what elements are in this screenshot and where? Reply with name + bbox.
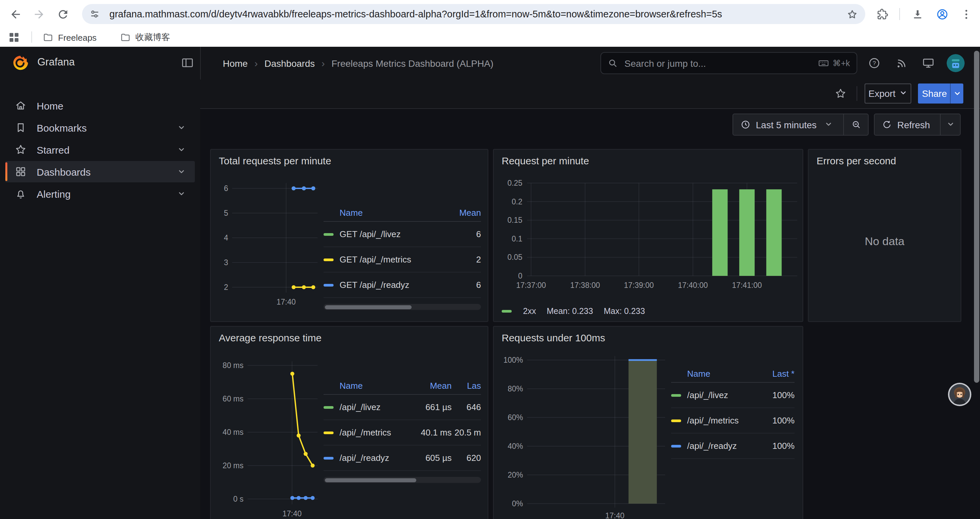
legend-col[interactable]: Last *: [756, 369, 795, 379]
sidebar-item-label: Home: [37, 100, 195, 111]
refresh-interval-dropdown[interactable]: [941, 114, 960, 135]
grafana-logo-icon[interactable]: [12, 55, 29, 72]
page-scrollbar[interactable]: [974, 51, 979, 383]
bookmark-folder-blogs[interactable]: 收藏博客: [115, 29, 175, 45]
zoom-out-button[interactable]: [844, 114, 868, 135]
axis-tick-label: 80%: [508, 385, 523, 393]
series-point: [304, 452, 307, 456]
under-100ms-chart[interactable]: 100%80%60%40%20%0%17:40: [496, 353, 670, 519]
legend-col-name[interactable]: Name: [323, 381, 406, 391]
request-per-minute-chart[interactable]: 0.250.20.150.10.05017:37:0017:38:0017:39…: [499, 176, 803, 294]
sidebar-item-label: Dashboards: [37, 166, 177, 177]
axis-tick-label: 20 ms: [223, 461, 243, 470]
monitor-icon[interactable]: [919, 53, 937, 72]
sidebar-item-bookmarks[interactable]: Bookmarks: [5, 117, 195, 138]
series-value: 661 µs: [406, 402, 452, 412]
chevron-down-icon: [824, 119, 832, 130]
avg-response-time-chart[interactable]: 80 ms60 ms40 ms20 ms0 s17:40: [215, 356, 325, 519]
reload-icon[interactable]: [53, 5, 72, 23]
legend-col-name[interactable]: Name: [671, 369, 756, 379]
brand-name[interactable]: Grafana: [37, 56, 75, 68]
breadcrumb-home[interactable]: Home: [223, 58, 248, 69]
browser-toolbar: grafana.mathmast.com/d/deytv4rwavabkb/fr…: [0, 0, 980, 28]
legend-col[interactable]: Mean: [406, 381, 452, 391]
user-avatar[interactable]: [947, 54, 965, 72]
legend-row[interactable]: GET /api/_/livez6: [323, 222, 481, 247]
share-dropdown-button[interactable]: [950, 83, 963, 104]
back-icon[interactable]: [6, 5, 25, 23]
screen: grafana.mathmast.com/d/deytv4rwavabkb/fr…: [0, 0, 980, 519]
legend-row[interactable]: /api/_/readyz605 µs620: [323, 446, 481, 471]
panel-title[interactable]: Average response time: [219, 332, 321, 343]
panel-title[interactable]: Total requests per minute: [219, 155, 331, 166]
export-button[interactable]: Export: [865, 83, 911, 104]
panel-title[interactable]: Requests under 100ms: [502, 332, 605, 343]
rss-icon[interactable]: [892, 53, 911, 72]
legend-col[interactable]: Mean: [453, 208, 481, 218]
legend-row[interactable]: GET /api/_/readyz6: [323, 273, 481, 298]
search-field[interactable]: [623, 57, 818, 69]
extensions-icon[interactable]: [873, 5, 891, 23]
sidebar-item-dashboards[interactable]: Dashboards: [5, 161, 195, 182]
legend-item-2xx[interactable]: 2xx: [502, 307, 536, 316]
help-icon[interactable]: ?: [865, 53, 883, 72]
panel-title[interactable]: Request per minute: [502, 155, 589, 166]
legend-row[interactable]: /api/_/livez100%: [671, 383, 795, 408]
breadcrumb-separator: ›: [321, 57, 325, 69]
sidebar-menu: HomeBookmarksStarredDashboardsAlerting: [0, 80, 200, 519]
apps-grid-icon[interactable]: [7, 31, 21, 44]
chevron-down-icon[interactable]: [177, 124, 185, 132]
legend-scrollbar[interactable]: [323, 477, 481, 483]
url-text[interactable]: grafana.mathmast.com/d/deytv4rwavabkb/fr…: [110, 9, 843, 19]
time-range-picker[interactable]: Last 5 minutes: [733, 114, 843, 135]
forward-icon[interactable]: [29, 5, 48, 23]
bookmark-label: Freeleaps: [58, 32, 97, 42]
assistant-avatar-widget[interactable]: [948, 383, 971, 406]
bookmark-folder-freeleaps[interactable]: Freeleaps: [37, 29, 102, 45]
sidebar-item-home[interactable]: Home: [5, 95, 195, 116]
legend-row[interactable]: /api/_/metrics100%: [671, 408, 795, 433]
profile-icon[interactable]: [932, 5, 951, 23]
axis-tick-label: 17:37:00: [516, 281, 546, 289]
series-line: [292, 374, 313, 466]
axis-tick-label: 40%: [508, 442, 523, 450]
sidebar-item-starred[interactable]: Starred: [5, 139, 195, 160]
sidebar-item-label: Bookmarks: [37, 122, 177, 133]
sidebar-item-label: Starred: [37, 144, 177, 155]
legend-col[interactable]: Las: [452, 381, 481, 391]
series-point: [310, 463, 315, 468]
series-color-pill: [671, 444, 681, 447]
share-button[interactable]: Share: [918, 83, 950, 104]
legend-row[interactable]: /api/_/metrics40.1 ms20.5 m: [323, 420, 481, 446]
sidebar-toggle-icon[interactable]: [179, 55, 196, 72]
series-value: 605 µs: [406, 453, 452, 463]
legend-row[interactable]: /api/_/livez661 µs646: [323, 395, 481, 420]
panel-request-per-minute: Request per minute 0.250.20.150.10.05017…: [493, 149, 803, 322]
panel-title[interactable]: Errors per second: [816, 155, 896, 166]
chevron-down-icon[interactable]: [177, 168, 185, 176]
series-color-pill: [323, 431, 334, 434]
breadcrumb-current: Freeleaps Metrics Dashboard (ALPHA): [332, 58, 494, 69]
url-bar[interactable]: grafana.mathmast.com/d/deytv4rwavabkb/fr…: [82, 4, 865, 24]
legend-scrollbar[interactable]: [323, 304, 481, 310]
legend-row[interactable]: GET /api/_/metrics2: [323, 247, 481, 273]
series-point: [311, 186, 315, 190]
search-input[interactable]: ⌘+k: [600, 52, 857, 74]
sidebar-item-alerting[interactable]: Alerting: [5, 183, 195, 204]
axis-tick-label: 60 ms: [223, 394, 243, 403]
clock-icon: [740, 120, 751, 129]
chevron-down-icon[interactable]: [177, 190, 185, 198]
download-icon[interactable]: [908, 5, 927, 23]
total-requests-chart[interactable]: 6543217:40: [215, 179, 325, 313]
bookmark-star-icon[interactable]: [843, 5, 861, 23]
legend-row[interactable]: /api/_/readyz100%: [671, 433, 795, 459]
legend-col-name[interactable]: Name: [323, 208, 453, 218]
menu-icon[interactable]: [957, 5, 975, 23]
grafana-app: Grafana Home › Dashboards › Freeleaps Me…: [0, 47, 980, 519]
chevron-down-icon[interactable]: [177, 145, 185, 153]
favorite-star-icon[interactable]: [832, 85, 849, 102]
breadcrumb-dashboards[interactable]: Dashboards: [264, 58, 315, 69]
series-color-pill: [323, 233, 334, 235]
site-settings-icon[interactable]: [89, 8, 101, 20]
refresh-button[interactable]: Refresh: [875, 114, 940, 135]
